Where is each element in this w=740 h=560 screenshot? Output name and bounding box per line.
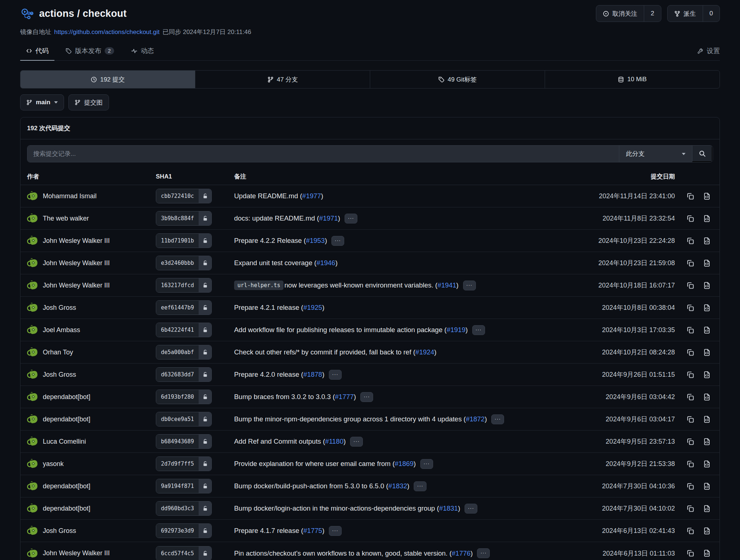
message-issue-link[interactable]: #1777 xyxy=(335,393,354,401)
browse-source-button[interactable] xyxy=(702,280,712,291)
expand-commit-button[interactable]: ··· xyxy=(360,392,373,402)
commit-sha-badge[interactable]: b684943689 xyxy=(156,434,212,449)
expand-commit-button[interactable]: ··· xyxy=(414,481,427,491)
commit-sha-badge[interactable]: 9a9194f871 xyxy=(156,479,212,493)
fork-button[interactable]: 派生 0 xyxy=(667,5,720,22)
expand-commit-button[interactable]: ··· xyxy=(420,459,433,469)
expand-commit-button[interactable]: ··· xyxy=(491,414,504,424)
browse-source-button[interactable] xyxy=(702,236,712,246)
browse-source-button[interactable] xyxy=(702,347,712,358)
message-issue-link[interactable]: #1941 xyxy=(437,281,456,289)
message-issue-link[interactable]: #1872 xyxy=(466,415,484,423)
commit-sha-badge[interactable]: e3d2460bbb xyxy=(156,256,212,270)
commit-sha-badge[interactable]: 3b9b8c884f xyxy=(156,211,212,226)
fork-count[interactable]: 0 xyxy=(703,5,720,22)
copy-sha-button[interactable] xyxy=(685,526,696,536)
copy-sha-button[interactable] xyxy=(685,481,696,492)
commit-sha-badge[interactable]: 692973e3d9 xyxy=(156,523,212,538)
commit-sha-badge[interactable]: dd960bd3c3 xyxy=(156,501,212,516)
browse-source-button[interactable] xyxy=(702,191,712,202)
commit-search-input[interactable] xyxy=(27,146,619,162)
browse-source-button[interactable] xyxy=(702,548,712,559)
tab-code[interactable]: 代码 xyxy=(20,42,55,60)
expand-commit-button[interactable]: ··· xyxy=(329,370,342,380)
mirror-url-link[interactable]: https://github.com/actions/checkout.git xyxy=(54,29,159,36)
expand-commit-button[interactable]: ··· xyxy=(329,526,342,536)
copy-sha-button[interactable] xyxy=(685,280,696,291)
stat-commits[interactable]: 192 提交 xyxy=(20,71,195,88)
expand-commit-button[interactable]: ··· xyxy=(472,325,485,335)
commit-sha-badge[interactable]: 11bd71901b xyxy=(156,233,212,248)
commit-sha-badge[interactable]: cbb722410c xyxy=(156,189,212,203)
browse-source-button[interactable] xyxy=(702,213,712,224)
browse-source-button[interactable] xyxy=(702,258,712,268)
browse-source-button[interactable] xyxy=(702,414,712,425)
commit-sha-badge[interactable]: de5a000abf xyxy=(156,345,212,360)
stat-tags[interactable]: 49 Git标签 xyxy=(370,71,545,88)
message-issue-link[interactable]: #1946 xyxy=(316,259,335,267)
expand-commit-button[interactable]: ··· xyxy=(463,281,476,290)
browse-source-button[interactable] xyxy=(702,481,712,492)
expand-commit-button[interactable]: ··· xyxy=(477,548,490,558)
commit-sha-badge[interactable]: eef61447b9 xyxy=(156,300,212,315)
browse-source-button[interactable] xyxy=(702,302,712,313)
message-issue-link[interactable]: #1832 xyxy=(388,482,407,490)
commit-sha-badge[interactable]: 2d7d9f7ff5 xyxy=(156,456,212,471)
commit-sha-badge[interactable]: d632683dd7 xyxy=(156,367,212,382)
copy-sha-button[interactable] xyxy=(685,347,696,358)
message-issue-link[interactable]: #1878 xyxy=(303,371,322,379)
expand-commit-button[interactable]: ··· xyxy=(465,504,477,514)
commit-sha-badge[interactable]: 6d193bf280 xyxy=(156,390,212,404)
branch-selector[interactable]: main xyxy=(20,94,64,110)
browse-source-button[interactable] xyxy=(702,503,712,514)
copy-sha-button[interactable] xyxy=(685,392,696,402)
message-issue-link[interactable]: #1971 xyxy=(319,214,338,222)
tab-releases[interactable]: 版本发布 2 xyxy=(60,42,120,60)
branch-filter-dropdown[interactable]: 此分支 xyxy=(619,146,692,162)
search-button[interactable] xyxy=(692,146,713,162)
message-issue-link[interactable]: #1180 xyxy=(325,437,343,446)
watch-count[interactable]: 2 xyxy=(644,5,661,22)
stat-size[interactable]: 10 MiB xyxy=(545,71,720,88)
tab-activity[interactable]: 动态 xyxy=(125,42,160,60)
browse-source-button[interactable] xyxy=(702,526,712,536)
commit-sha-badge[interactable]: 6b42224f41 xyxy=(156,323,212,337)
repo-title[interactable]: actions / checkout xyxy=(39,8,127,19)
copy-sha-button[interactable] xyxy=(685,302,696,313)
message-issue-link[interactable]: #1775 xyxy=(303,527,322,535)
copy-sha-button[interactable] xyxy=(685,369,696,380)
copy-sha-button[interactable] xyxy=(685,436,696,447)
browse-source-button[interactable] xyxy=(702,325,712,335)
message-issue-link[interactable]: #1953 xyxy=(306,237,324,245)
copy-sha-button[interactable] xyxy=(685,236,696,246)
message-issue-link[interactable]: #1831 xyxy=(439,504,458,512)
copy-sha-button[interactable] xyxy=(685,414,696,425)
message-issue-link[interactable]: #1776 xyxy=(452,549,470,557)
commit-graph-button[interactable]: 提交图 xyxy=(68,94,109,110)
browse-source-button[interactable] xyxy=(702,369,712,380)
stat-branches[interactable]: 47 分支 xyxy=(195,71,370,88)
browse-source-button[interactable] xyxy=(702,436,712,447)
expand-commit-button[interactable]: ··· xyxy=(345,214,357,223)
copy-sha-button[interactable] xyxy=(685,548,696,559)
message-issue-link[interactable]: #1924 xyxy=(416,348,434,356)
copy-sha-button[interactable] xyxy=(685,503,696,514)
browse-source-button[interactable] xyxy=(702,459,712,469)
message-issue-link[interactable]: #1925 xyxy=(303,304,322,312)
commit-sha-badge[interactable]: 163217dfcd xyxy=(156,278,212,293)
tab-settings[interactable]: 设置 xyxy=(691,42,720,60)
copy-sha-button[interactable] xyxy=(685,191,696,202)
copy-sha-button[interactable] xyxy=(685,459,696,469)
message-issue-link[interactable]: #1977 xyxy=(302,192,321,200)
expand-commit-button[interactable]: ··· xyxy=(331,236,344,246)
commit-sha-badge[interactable]: db0cee9a51 xyxy=(156,412,212,426)
message-issue-link[interactable]: #1869 xyxy=(395,460,413,468)
message-issue-link[interactable]: #1919 xyxy=(447,326,465,334)
browse-source-button[interactable] xyxy=(702,392,712,402)
expand-commit-button[interactable]: ··· xyxy=(350,437,363,447)
copy-sha-button[interactable] xyxy=(685,213,696,224)
copy-sha-button[interactable] xyxy=(685,325,696,335)
commit-sha-badge[interactable]: 6ccd57f4c5 xyxy=(156,546,212,560)
copy-sha-button[interactable] xyxy=(685,258,696,268)
unwatch-button[interactable]: 取消关注 2 xyxy=(596,5,661,22)
